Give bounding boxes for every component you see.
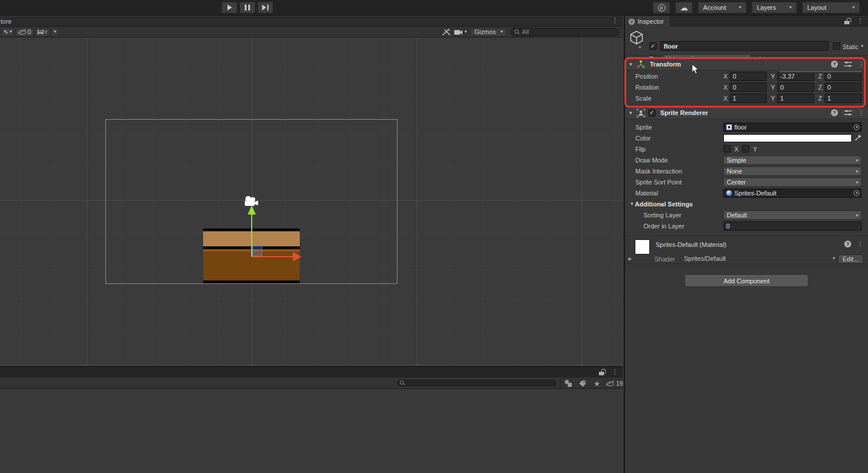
gizmos-dropdown[interactable]: Gizmos ▾: [470, 28, 507, 36]
inspector-tab-label: Inspector: [638, 18, 664, 25]
static-checkbox[interactable]: [833, 42, 840, 50]
transform-header[interactable]: ▼ Transform ? ⋮: [625, 58, 868, 71]
bottom-panel-kebab-icon[interactable]: ⋮: [612, 369, 618, 375]
axis-z-label: Z: [818, 95, 822, 102]
scene-tab-partial[interactable]: tore: [1, 18, 12, 25]
gizmo-xy-plane-handle[interactable]: [252, 246, 262, 256]
axis-y-label: Y: [771, 73, 775, 80]
gizmo-x-axis[interactable]: [252, 256, 294, 257]
scene-menu-kebab-icon[interactable]: ⋮: [612, 17, 618, 24]
name-field[interactable]: floor: [660, 41, 829, 51]
account-label: Account: [703, 4, 726, 11]
additional-settings-row[interactable]: ▼ Additional Settings: [625, 198, 868, 209]
rotation-row: Rotation X0 Y0 Z0: [625, 82, 868, 93]
save-search-button[interactable]: ★: [590, 378, 604, 389]
pause-button[interactable]: [240, 2, 255, 13]
scene-visibility-button[interactable]: 0: [16, 28, 33, 36]
search-icon: [400, 380, 405, 386]
material-thumbnail[interactable]: [635, 239, 650, 254]
material-kebab-icon[interactable]: ⋮: [857, 241, 863, 247]
object-picker-icon[interactable]: [854, 190, 859, 196]
search-by-label-button[interactable]: [575, 378, 590, 389]
static-label: Static: [843, 43, 859, 50]
shader-dropdown[interactable]: Sprites/Default ▾: [684, 255, 835, 262]
presets-icon[interactable]: [844, 61, 852, 68]
cloud-services-button[interactable]: ☁: [675, 2, 693, 13]
layout-dropdown[interactable]: Layout▾: [802, 2, 860, 13]
sprite-object-field[interactable]: floor: [723, 123, 862, 132]
gizmo-y-arrowhead: [248, 205, 256, 215]
sprite-renderer-header[interactable]: ▼ ✓ Sprite Renderer ? ⋮: [625, 106, 868, 119]
project-search-input[interactable]: [396, 379, 557, 387]
transform-icon: [637, 60, 645, 69]
gameobject-cube-icon[interactable]: [629, 30, 644, 45]
layers-dropdown[interactable]: Layers▾: [752, 2, 797, 13]
rotation-z-field[interactable]: 0: [825, 83, 862, 92]
unlock-icon[interactable]: [844, 18, 850, 24]
material-label: Material: [635, 190, 723, 197]
grid-options-dropdown[interactable]: ▾: [52, 28, 58, 36]
scene-search-input[interactable]: All: [510, 28, 619, 36]
help-icon[interactable]: ?: [831, 109, 838, 116]
flip-x-checkbox[interactable]: [723, 145, 731, 153]
sprite-sort-point-dropdown[interactable]: Center▾: [723, 178, 862, 187]
foldout-icon[interactable]: ▼: [628, 110, 634, 116]
draw-mode-row: Draw Mode Simple▾: [625, 154, 868, 165]
bottom-panel-content[interactable]: [0, 389, 623, 473]
account-dropdown[interactable]: Account▾: [698, 2, 746, 13]
material-object-field[interactable]: Sprites-Default: [723, 189, 862, 198]
position-x-field[interactable]: 0: [730, 72, 767, 81]
search-icon: [514, 29, 520, 35]
help-icon[interactable]: ?: [831, 61, 838, 68]
rotation-y-field[interactable]: 0: [777, 83, 814, 92]
axis-z-label: Z: [818, 84, 822, 91]
inspector-kebab-icon[interactable]: ⋮: [857, 18, 863, 24]
step-bar-icon: [267, 5, 269, 10]
scene-viewport[interactable]: [0, 38, 623, 366]
flip-y-checkbox[interactable]: [742, 145, 749, 153]
rotation-x-field[interactable]: 0: [730, 83, 767, 92]
static-dropdown-caret[interactable]: ▾: [861, 44, 863, 49]
tab-inspector[interactable]: i Inspector: [625, 16, 670, 27]
play-button[interactable]: [222, 2, 237, 13]
search-by-type-button[interactable]: [561, 378, 575, 389]
scene-tools-icon[interactable]: [442, 28, 451, 36]
component-kebab-icon[interactable]: ⋮: [858, 61, 865, 68]
material-value: Sprites-Default: [734, 190, 777, 197]
component-kebab-icon[interactable]: ⋮: [858, 110, 865, 116]
active-checkbox[interactable]: ✓: [649, 42, 657, 50]
floor-bottom-border: [203, 280, 300, 283]
add-component-button[interactable]: Add Component: [685, 275, 808, 287]
grid-axis-label: Y: [45, 29, 47, 35]
playmode-controls: [222, 2, 273, 13]
scale-y-field[interactable]: 1: [777, 94, 814, 103]
presets-icon[interactable]: [844, 110, 852, 116]
unlock-icon[interactable]: [599, 369, 605, 375]
mask-interaction-dropdown[interactable]: None▾: [723, 167, 862, 176]
draw-mode-dropdown[interactable]: Simple▾: [723, 156, 862, 165]
edit-material-button[interactable]: Edit...: [838, 254, 863, 264]
chevron-down-icon[interactable]: ▾: [639, 45, 641, 49]
layers-label: Layers: [757, 4, 776, 11]
scene-camera-settings-button[interactable]: ▾: [454, 29, 467, 35]
scale-z-field[interactable]: 1: [825, 94, 862, 103]
draw-mode-button[interactable]: ✎ ▾: [1, 28, 14, 36]
unity-editor-window: p ☁ Account▾ Layers▾ Layout▾ tore ⋮ ✎ ▾ …: [0, 0, 868, 473]
order-in-layer-field[interactable]: 0: [723, 221, 862, 231]
sorting-layer-dropdown[interactable]: Default▾: [723, 210, 862, 220]
scale-x-field[interactable]: 1: [730, 94, 767, 103]
object-picker-icon[interactable]: [854, 124, 859, 130]
hierarchy-visibility-button[interactable]: 19: [604, 378, 625, 389]
help-icon[interactable]: ?: [844, 241, 851, 247]
grid-visibility-button[interactable]: Y: [35, 28, 50, 36]
color-swatch[interactable]: [723, 134, 852, 142]
gizmo-y-axis[interactable]: [251, 213, 252, 257]
foldout-icon[interactable]: ▼: [628, 62, 634, 67]
version-control-button[interactable]: p: [653, 2, 670, 13]
pause-icon: [245, 5, 250, 10]
eyedropper-icon[interactable]: [854, 134, 862, 142]
component-enabled-checkbox[interactable]: ✓: [648, 109, 656, 117]
foldout-collapsed-icon[interactable]: ▶: [628, 256, 632, 261]
chevron-down-icon: ▾: [856, 213, 858, 218]
step-button[interactable]: [258, 2, 273, 13]
